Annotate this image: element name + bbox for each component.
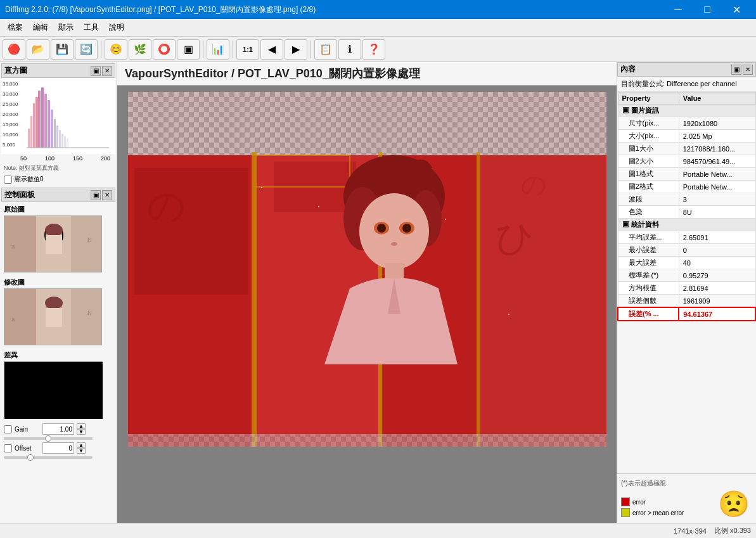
- circle-btn[interactable]: ⭕: [153, 39, 176, 60]
- offset-up-btn[interactable]: ▲: [77, 442, 86, 448]
- gain-label: Gain: [15, 426, 40, 433]
- svg-text:ひ: ひ: [496, 217, 534, 259]
- maximize-button[interactable]: □: [693, 0, 722, 19]
- x-label-50: 50: [20, 155, 27, 162]
- right-panel-close-btn[interactable]: ✕: [743, 65, 753, 75]
- prop-mean-value: 2.65091: [679, 231, 755, 244]
- svg-rect-17: [56, 125, 58, 148]
- info-btn[interactable]: ℹ: [338, 39, 361, 60]
- save-btn[interactable]: 💾: [51, 39, 74, 60]
- gain-input[interactable]: 1.00: [42, 423, 74, 435]
- gain-slider-row: [4, 437, 113, 440]
- prop-min-label: 最小誤差: [618, 244, 679, 257]
- prop-errcount-value: 1961909: [679, 295, 755, 308]
- emoji-face: 😟: [718, 489, 752, 519]
- legend-emoji-row: error error > mean error 😟: [621, 489, 752, 519]
- control-panel-header: 控制面板 ▣ ✕: [1, 188, 115, 202]
- prop-errpct-value[interactable]: 94.61367: [679, 307, 755, 321]
- original-svg: ぁ お: [4, 216, 102, 272]
- metric-label: 目前衡量公式: Difference per channel: [617, 77, 756, 92]
- left-panel: 直方圖 ▣ ✕ 35,000 30,000 25,000 20,000 15,0…: [0, 62, 117, 523]
- svg-rect-8: [30, 116, 32, 148]
- prop-img2fmt-value: Portable Netw...: [679, 181, 755, 193]
- svg-point-29: [45, 224, 63, 236]
- control-panel-close-btn[interactable]: ✕: [102, 190, 112, 200]
- fit-btn[interactable]: ▣: [177, 39, 200, 60]
- img2-btn[interactable]: 🌿: [129, 39, 151, 60]
- control-panel-restore-btn[interactable]: ▣: [91, 190, 101, 200]
- svg-text:お: お: [87, 310, 92, 316]
- svg-text:お: お: [87, 237, 92, 243]
- prop-row-img2size: 圖2大小 984570/961.49...: [618, 155, 755, 168]
- prop-row-errcount: 誤差個數 1961909: [618, 295, 755, 308]
- open-btn[interactable]: 📂: [27, 39, 49, 60]
- next-btn[interactable]: ▶: [285, 39, 307, 60]
- offset-input[interactable]: 0: [42, 442, 74, 454]
- prev-btn[interactable]: ◀: [260, 39, 283, 60]
- svg-text:ぁ: ぁ: [11, 316, 16, 322]
- svg-rect-30: [46, 235, 62, 254]
- svg-text:30,000: 30,000: [3, 91, 18, 97]
- title-bar: DiffImg 2.2.0: (7/8) [VapourSynthEditor.…: [0, 0, 756, 19]
- offset-down-btn[interactable]: ▼: [77, 448, 86, 454]
- prop-img2fmt-label: 圖2格式: [618, 181, 679, 193]
- gain-slider[interactable]: [4, 437, 93, 440]
- svg-rect-7: [28, 129, 30, 148]
- status-bar: 1741x-394 比例 x0.393: [0, 523, 756, 538]
- menu-tools[interactable]: 工具: [79, 20, 104, 35]
- control-panel-title: 控制面板: [4, 189, 35, 200]
- svg-text:5,000: 5,000: [3, 142, 16, 148]
- prop-depth-value: 8U: [679, 206, 755, 219]
- histogram-close-btn[interactable]: ✕: [102, 66, 112, 76]
- modified-svg: ぁ お: [4, 289, 102, 345]
- show-zero-checkbox[interactable]: [4, 176, 12, 184]
- svg-rect-42: [4, 362, 103, 419]
- error-label: error: [632, 499, 646, 506]
- minimize-button[interactable]: ─: [663, 0, 693, 19]
- svg-text:の: の: [147, 185, 186, 227]
- reload-btn[interactable]: 🔄: [75, 39, 98, 60]
- prop-errpct-label[interactable]: 誤差(% ...: [618, 307, 679, 321]
- menu-file[interactable]: 檔案: [3, 20, 28, 35]
- gain-up-btn[interactable]: ▲: [77, 423, 86, 429]
- menu-edit[interactable]: 編輯: [28, 20, 53, 35]
- gain-down-btn[interactable]: ▼: [77, 429, 86, 435]
- group-image-info-label: ▣ 圖片資訊: [618, 105, 755, 117]
- offset-spinner: ▲ ▼: [77, 442, 86, 454]
- toolbar: 🔴 📂 💾 🔄 😊 🌿 ⭕ ▣ 📊 1:1 ◀ ▶ 📋 ℹ ❓: [0, 37, 756, 62]
- properties-scroll[interactable]: Property Value ▣ 圖片資訊 尺寸(pix... 1920x108…: [617, 92, 756, 473]
- right-panel-header: 內容 ▣ ✕: [617, 62, 756, 77]
- legend-mean-error: error > mean error: [621, 508, 684, 517]
- svg-rect-70: [318, 206, 319, 207]
- zoom-1to1-btn[interactable]: 1:1: [236, 39, 259, 60]
- open-ref-btn[interactable]: 🔴: [3, 39, 25, 60]
- copy-btn[interactable]: 📋: [314, 39, 337, 60]
- offset-checkbox[interactable]: [4, 444, 12, 452]
- svg-rect-14: [48, 100, 50, 148]
- mean-error-box: [621, 508, 630, 517]
- prop-row-min: 最小誤差 0: [618, 244, 755, 257]
- bar-chart-btn[interactable]: 📊: [207, 39, 229, 60]
- histogram-header: 直方圖 ▣ ✕: [1, 63, 115, 78]
- prop-row-depth: 色染 8U: [618, 206, 755, 219]
- menu-view[interactable]: 顯示: [53, 20, 79, 35]
- help-btn[interactable]: ❓: [362, 39, 385, 60]
- image-viewport[interactable]: の ひ の: [117, 86, 617, 523]
- img1-btn[interactable]: 😊: [105, 39, 127, 60]
- prop-row-img1fmt: 圖1格式 Portable Netw...: [618, 168, 755, 181]
- modified-label: 修改圖: [4, 278, 113, 287]
- histogram-section: 直方圖 ▣ ✕ 35,000 30,000 25,000 20,000 15,0…: [1, 63, 115, 185]
- legend-note: (*)表示超過極限: [621, 478, 752, 489]
- svg-rect-76: [128, 434, 606, 447]
- offset-slider[interactable]: [4, 456, 93, 459]
- error-box: [621, 497, 630, 506]
- prop-row-rms: 方均根值 2.81694: [618, 282, 755, 295]
- close-button[interactable]: ✕: [722, 0, 751, 19]
- gain-checkbox[interactable]: [4, 425, 12, 433]
- histogram-restore-btn[interactable]: ▣: [91, 66, 101, 76]
- svg-rect-18: [59, 130, 61, 148]
- menu-help[interactable]: 說明: [104, 20, 129, 35]
- gain-row: Gain 1.00 ▲ ▼: [4, 423, 113, 435]
- right-panel-restore-btn[interactable]: ▣: [731, 65, 741, 75]
- svg-rect-71: [445, 219, 446, 220]
